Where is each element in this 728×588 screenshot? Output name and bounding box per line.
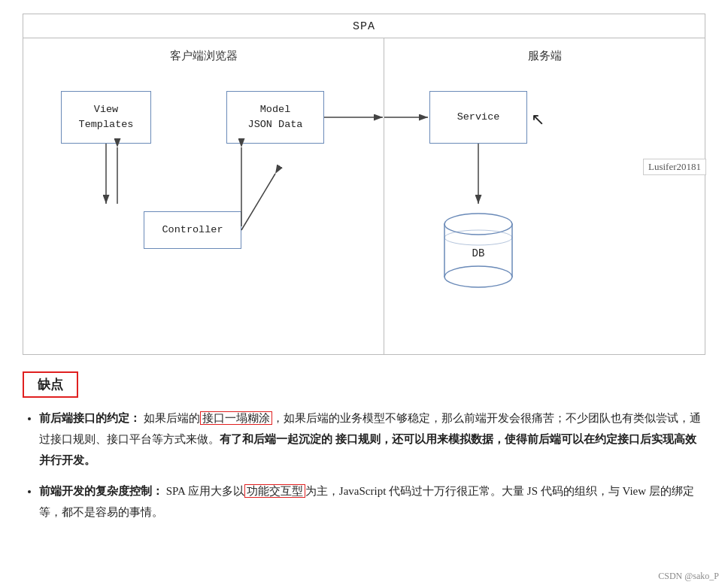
- svg-point-12: [444, 266, 512, 287]
- server-label: 服务端: [384, 38, 705, 69]
- server-panel: 服务端 Service: [384, 38, 705, 354]
- client-arrows: [23, 38, 384, 324]
- svg-line-4: [241, 174, 275, 230]
- controller-box: Controller: [144, 211, 241, 249]
- view-templates-box: View Templates: [61, 91, 151, 144]
- footer-credit: CSDN @sako_P: [658, 571, 719, 582]
- defect-label: 缺点: [23, 371, 78, 398]
- content-section: 缺点 前后端接口的约定： 如果后端的接口一塌糊涂，如果后端的业务模型不够稳定，那…: [23, 371, 705, 523]
- bullet1-part1: 如果后端的: [144, 412, 200, 424]
- spa-diagram: SPA 客户端浏览器 View Templates Model JSON Dat…: [23, 14, 705, 355]
- bullet-list: 前后端接口的约定： 如果后端的接口一塌糊涂，如果后端的业务模型不够稳定，那么前端…: [23, 408, 705, 523]
- bullet-item-1: 前后端接口的约定： 如果后端的接口一塌糊涂，如果后端的业务模型不够稳定，那么前端…: [39, 408, 705, 471]
- bullet1-prefix: 前后端接口的约定：: [39, 412, 141, 424]
- db-cylinder: DB: [437, 208, 520, 290]
- svg-text:DB: DB: [472, 247, 485, 259]
- cursor-icon: ↖: [531, 110, 544, 129]
- bullet1-highlight: 接口一塌糊涂: [200, 411, 272, 425]
- diagram-body: 客户端浏览器 View Templates Model JSON Data Co…: [23, 38, 705, 354]
- bullet-item-2: 前端开发的复杂度控制： SPA 应用大多以功能交互型为主，JavaScript …: [39, 481, 705, 523]
- svg-point-11: [444, 214, 512, 235]
- watermark: Lusifer20181: [643, 159, 706, 175]
- client-label: 客户端浏览器: [23, 38, 384, 69]
- model-json-box: Model JSON Data: [226, 91, 324, 144]
- spa-label: SPA: [23, 14, 705, 38]
- bullet2-highlight: 功能交互型: [244, 484, 305, 498]
- server-arrows: [384, 38, 610, 354]
- service-box: Service: [429, 91, 527, 144]
- bullet2-part1: SPA 应用大多以: [166, 485, 244, 497]
- bullet2-prefix: 前端开发的复杂度控制：: [39, 485, 163, 497]
- client-panel: 客户端浏览器 View Templates Model JSON Data Co…: [23, 38, 384, 354]
